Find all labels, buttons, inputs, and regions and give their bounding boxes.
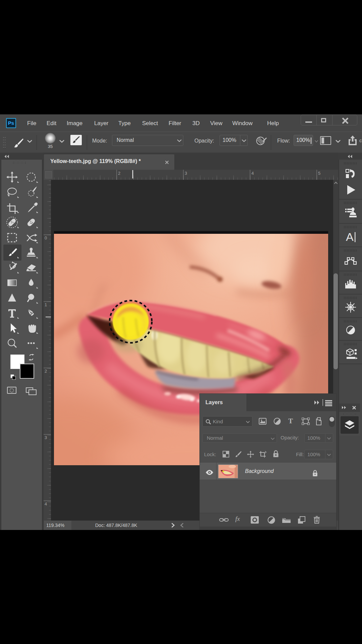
svg-text:3: 3 — [185, 171, 187, 176]
svg-text:3: 3 — [45, 435, 47, 440]
svg-text:5: 5 — [318, 171, 320, 176]
svg-text:2: 2 — [45, 369, 47, 374]
svg-text:4: 4 — [251, 171, 254, 176]
svg-text:0: 0 — [45, 235, 47, 240]
svg-text:1: 1 — [45, 302, 47, 307]
svg-text:4: 4 — [45, 501, 47, 506]
svg-text:2: 2 — [118, 171, 120, 176]
svg-text:A: A — [346, 230, 354, 243]
